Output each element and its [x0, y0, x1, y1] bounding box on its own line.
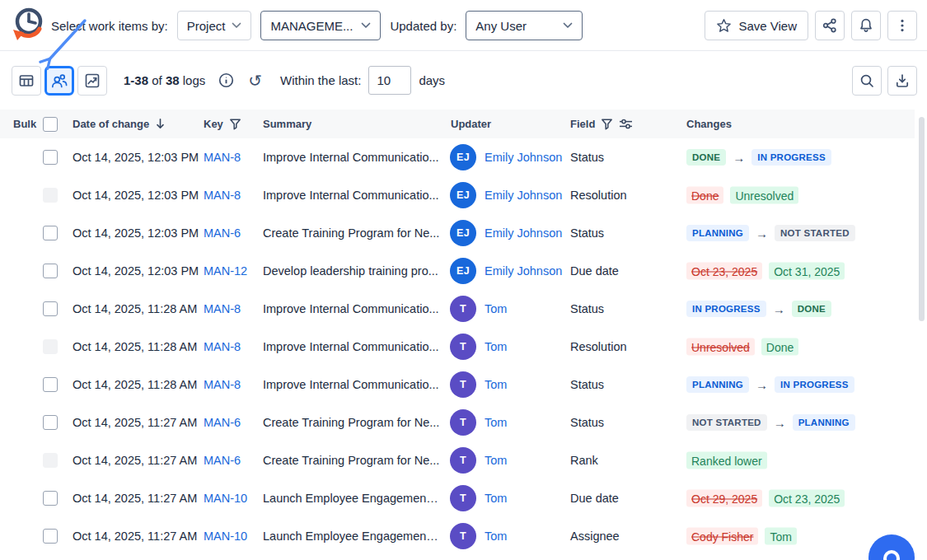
updater-link[interactable]: Tom — [485, 492, 507, 505]
column-field-label: Field — [570, 118, 595, 130]
export-button[interactable] — [887, 66, 917, 96]
field-cell: Rank — [570, 454, 598, 467]
column-key[interactable]: Key — [204, 110, 241, 138]
field-settings-sliders-icon[interactable] — [619, 118, 633, 130]
status-badge: IN PROGRESS — [686, 301, 766, 317]
sort-desc-icon[interactable] — [155, 118, 166, 130]
column-field[interactable]: Field — [570, 110, 633, 138]
work-item-key-link[interactable]: MAN-8 — [204, 340, 241, 353]
column-updater: Updater — [451, 110, 491, 138]
work-item-key-link[interactable]: MAN-8 — [204, 378, 241, 391]
change-arrow-icon: → — [756, 378, 768, 392]
updater-link[interactable]: Emily Johnson — [485, 226, 562, 240]
vertical-scrollbar[interactable] — [919, 117, 925, 321]
row-checkbox[interactable] — [43, 226, 58, 240]
column-summary: Summary — [263, 110, 311, 138]
old-value: Done — [686, 187, 723, 204]
chevron-down-icon — [361, 22, 371, 29]
date-cell: Oct 14, 2025, 11:27 AM — [73, 416, 197, 429]
work-item-key-link[interactable]: MAN-6 — [204, 226, 241, 240]
filter-type-dropdown[interactable]: Project — [177, 11, 252, 40]
download-icon — [894, 72, 911, 89]
work-item-key-link[interactable]: MAN-8 — [204, 302, 241, 315]
updater-avatar: EJ — [450, 220, 476, 246]
updater-link[interactable]: Tom — [485, 340, 507, 353]
change-arrow-icon: → — [774, 416, 786, 430]
share-button[interactable] — [815, 11, 845, 40]
changes-cell: Oct 23, 2025Oct 31, 2025 — [686, 263, 845, 280]
row-checkbox[interactable] — [43, 264, 58, 278]
save-view-button[interactable]: Save View — [705, 11, 808, 40]
row-checkbox[interactable] — [43, 529, 58, 544]
column-date-label: Date of change — [73, 118, 149, 130]
row-checkbox[interactable] — [43, 491, 58, 506]
work-item-key-link[interactable]: MAN-6 — [204, 416, 241, 429]
status-badge: PLANNING — [686, 376, 749, 393]
new-value: Tom — [765, 528, 796, 545]
old-value: Oct 23, 2025 — [686, 263, 762, 280]
updater-link[interactable]: Emily Johnson — [485, 264, 562, 278]
summary-cell: Launch Employee Engagement ... — [263, 530, 441, 543]
status-badge: PLANNING — [686, 225, 749, 241]
field-cell: Status — [570, 378, 604, 391]
updater-link[interactable]: Emily Johnson — [485, 151, 562, 164]
notifications-button[interactable] — [851, 11, 881, 40]
date-cell: Oct 14, 2025, 11:27 AM — [73, 492, 197, 505]
old-value: Unresolved — [686, 338, 755, 356]
work-item-key-link[interactable]: MAN-10 — [204, 492, 247, 505]
updater-link[interactable]: Emily Johnson — [485, 189, 562, 202]
table-row: Oct 14, 2025, 11:28 AMMAN-8Improve Inter… — [0, 366, 927, 404]
row-checkbox[interactable] — [43, 377, 58, 392]
row-checkbox[interactable] — [43, 150, 58, 165]
project-value-dropdown[interactable]: MANAGEME... — [260, 11, 381, 40]
changes-cell: Cody FisherTom — [686, 528, 797, 545]
updated-by-label: Updated by: — [390, 19, 456, 33]
work-item-key-link[interactable]: MAN-10 — [204, 530, 247, 543]
filter-type-value: Project — [187, 19, 226, 33]
user-view-button[interactable] — [44, 66, 74, 96]
search-button[interactable] — [852, 66, 882, 96]
work-item-key-link[interactable]: MAN-8 — [204, 189, 241, 202]
column-date-of-change[interactable]: Date of change — [73, 110, 166, 138]
summary-cell: Improve Internal Communicatio... — [263, 302, 439, 315]
updater-link[interactable]: Tom — [485, 378, 507, 391]
info-icon[interactable] — [218, 72, 235, 89]
new-value: Unresolved — [730, 187, 798, 204]
field-cell: Due date — [570, 492, 619, 505]
share-icon — [822, 17, 838, 34]
updater-link[interactable]: Tom — [485, 416, 507, 429]
field-cell: Status — [570, 416, 604, 429]
work-item-key-link[interactable]: MAN-12 — [204, 264, 247, 278]
chart-view-button[interactable] — [77, 66, 107, 96]
changes-cell: UnresolvedDone — [686, 338, 798, 356]
filter-controls: Select work items by: Project MANAGEME..… — [51, 11, 583, 40]
days-input[interactable] — [368, 66, 411, 95]
refresh-icon[interactable]: ↺ — [248, 72, 262, 89]
updater-link[interactable]: Tom — [485, 302, 507, 315]
table-row: Oct 14, 2025, 12:03 PMMAN-6Create Traini… — [0, 214, 927, 252]
updater-link[interactable]: Tom — [485, 454, 507, 467]
chevron-down-icon — [563, 22, 573, 29]
filter-funnel-icon[interactable] — [601, 118, 613, 130]
filter-funnel-icon[interactable] — [229, 118, 241, 130]
table-row: Oct 14, 2025, 11:28 AMMAN-8Improve Inter… — [0, 328, 927, 366]
field-cell: Status — [570, 302, 604, 315]
trend-chart-icon — [84, 72, 101, 89]
row-checkbox[interactable] — [43, 415, 58, 430]
work-item-key-link[interactable]: MAN-6 — [204, 454, 241, 467]
table-view-button[interactable] — [12, 66, 41, 96]
bell-icon — [858, 17, 874, 34]
updated-by-dropdown[interactable]: Any User — [466, 11, 583, 40]
field-cell: Assignee — [570, 530, 620, 543]
work-item-key-link[interactable]: MAN-8 — [204, 151, 241, 164]
updater-link[interactable]: Tom — [485, 530, 507, 543]
users-icon — [50, 72, 68, 89]
status-badge: IN PROGRESS — [751, 149, 831, 166]
updater-avatar: T — [450, 447, 476, 474]
status-badge: PLANNING — [793, 414, 855, 431]
more-menu-button[interactable] — [887, 11, 917, 40]
kebab-menu-icon — [894, 17, 911, 34]
select-all-checkbox[interactable] — [43, 117, 58, 132]
status-badge: NOT STARTED — [775, 225, 855, 241]
row-checkbox[interactable] — [43, 301, 58, 316]
